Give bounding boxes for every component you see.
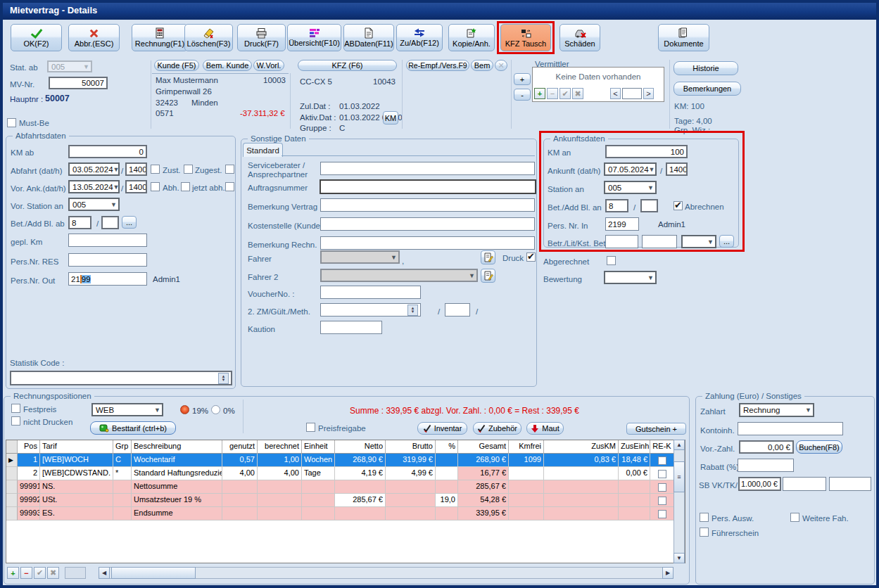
weitere-fah-checkbox[interactable]: [790, 513, 799, 522]
vat19-radio[interactable]: [180, 405, 189, 414]
table-row[interactable]: 2[WEB]CDWSTAND.*Standard Haftungsreduzie…: [6, 467, 685, 480]
zuab-button[interactable]: Zu/Ab(F12): [396, 24, 443, 51]
festpreis-checkbox[interactable]: [11, 404, 20, 413]
vermittler-confirm-icon[interactable]: ✔: [559, 88, 571, 99]
column-header[interactable]: ZusEinh: [619, 440, 650, 454]
sb-input3[interactable]: [829, 477, 871, 491]
pers-res-input[interactable]: [68, 253, 147, 267]
abfahrt-time-input[interactable]: 1400: [125, 162, 147, 176]
fuehrerschein-checkbox[interactable]: [700, 528, 709, 537]
historie-button[interactable]: Historie: [674, 61, 738, 75]
row-cancel-button[interactable]: ✖: [47, 567, 59, 579]
copy-attach-button[interactable]: Kopie/Anh.: [448, 24, 495, 51]
stat-ab-combo[interactable]: 005▼: [47, 60, 92, 72]
km-button[interactable]: KM: [383, 111, 398, 124]
fahrer-edit-button[interactable]: [481, 250, 495, 264]
bewertung-combo[interactable]: ▼: [604, 271, 657, 284]
betr-input2[interactable]: [642, 235, 677, 248]
zm-input[interactable]: ▲▼: [320, 303, 421, 317]
column-header[interactable]: Einheit: [302, 440, 335, 454]
maut-button[interactable]: Maut: [526, 422, 564, 435]
column-header[interactable]: Grp: [113, 440, 132, 454]
kfz-tausch-button[interactable]: KFZ Tausch: [500, 24, 551, 51]
ankunft-time-input[interactable]: 1400: [666, 162, 688, 176]
zust-checkbox[interactable]: [184, 165, 193, 174]
vermittler-cancel-icon[interactable]: ✖: [572, 88, 583, 99]
bem-button[interactable]: Bem: [471, 60, 493, 71]
buchen-button[interactable]: Buchen(F8): [796, 440, 842, 454]
vermittler-plus-icon[interactable]: +: [534, 88, 545, 99]
station-an-combo[interactable]: 005▼: [604, 181, 657, 194]
betr-combo[interactable]: ▼: [681, 235, 716, 248]
betr-input1[interactable]: [605, 235, 638, 248]
besttarif-button[interactable]: Besttarif (ctrl+b): [90, 421, 176, 435]
tarif-combo[interactable]: WEB▼: [91, 403, 163, 416]
abfahrt-checkbox[interactable]: [151, 165, 160, 174]
abrechnen-checkbox[interactable]: [674, 201, 683, 210]
vermittler-next-button[interactable]: >: [643, 88, 654, 99]
column-header[interactable]: Gesamt: [458, 440, 509, 454]
re-empf-button[interactable]: Re-Empf./Vers.F9: [406, 60, 469, 71]
kfz-button[interactable]: KFZ (F6): [298, 60, 397, 71]
row-confirm-button[interactable]: ✔: [34, 567, 46, 579]
vor-ank-date-combo[interactable]: 13.05.2024▼: [68, 180, 120, 193]
title-bar[interactable]: Mietvertrag - Details: [0, 0, 879, 20]
grid-vertical-scrollbar[interactable]: [674, 440, 685, 563]
pers-ausw-checkbox[interactable]: [700, 513, 709, 522]
table-row[interactable]: 99993ES.Endsumme339,95 €: [6, 507, 685, 520]
fahrer-combo[interactable]: ▼: [320, 250, 400, 264]
column-header[interactable]: RE-K: [650, 440, 674, 454]
bet-add-an-input[interactable]: 8: [605, 199, 628, 212]
tab-standard[interactable]: Standard: [243, 143, 283, 157]
column-header[interactable]: Kmfrei: [509, 440, 544, 454]
bem-kunde-button[interactable]: Bem. Kunde: [203, 60, 252, 71]
gepl-km-input[interactable]: [68, 234, 147, 247]
vat0-radio[interactable]: [211, 405, 220, 414]
scroll-left-icon[interactable]: ◀: [99, 567, 110, 579]
gutschein-button[interactable]: Gutschein +: [626, 423, 686, 435]
invoice-button[interactable]: Rechnung(F1): [132, 24, 188, 51]
re-k-checkbox[interactable]: [658, 483, 666, 492]
cancel-button[interactable]: Abbr.(ESC): [68, 24, 120, 51]
abh-checkbox[interactable]: [181, 182, 190, 191]
kostenstelle-input[interactable]: [320, 217, 535, 231]
nicht-drucken-checkbox[interactable]: [11, 416, 20, 426]
column-header[interactable]: genutzt: [222, 440, 258, 454]
vor-ank-checkbox[interactable]: [151, 182, 160, 191]
rabatt-input[interactable]: [738, 459, 794, 472]
spinner-icon[interactable]: ▲▼: [407, 305, 418, 316]
abgerechnet-checkbox[interactable]: [607, 256, 616, 265]
druck-checkbox[interactable]: [526, 253, 536, 262]
abfahrt-date-combo[interactable]: 03.05.2024▼: [68, 162, 120, 176]
scroll-down-icon[interactable]: ▼: [674, 553, 685, 563]
voucher-input[interactable]: [320, 286, 421, 299]
vermittler-minus-icon[interactable]: −: [547, 88, 558, 99]
vor-ank-time-input[interactable]: 1400: [125, 180, 147, 193]
re-k-checkbox[interactable]: [658, 470, 666, 478]
bet-add-ab-input2[interactable]: [101, 216, 119, 229]
damages-button[interactable]: Schäden: [559, 24, 600, 51]
clear-receiver-button[interactable]: ✕: [495, 60, 507, 71]
documents-button[interactable]: Dokumente: [658, 24, 709, 51]
column-header[interactable]: berechnet: [258, 440, 302, 454]
column-header[interactable]: ZusKM: [544, 440, 619, 454]
scroll-up-icon[interactable]: ▲: [674, 440, 685, 450]
bet-add-ab-more-button[interactable]: ...: [122, 216, 137, 229]
print-button[interactable]: Druck(F7): [237, 24, 286, 51]
vor-zahl-input[interactable]: 0,00 €: [739, 440, 794, 454]
spinner-icon[interactable]: ▲▼: [218, 373, 229, 384]
bemerkung-rechn-input[interactable]: [320, 236, 535, 250]
table-row[interactable]: ▶1[WEB]WOCHCWochentarif0,571,00Wochen268…: [6, 454, 685, 467]
fahrer2-edit-button[interactable]: [481, 269, 495, 283]
kunde-button[interactable]: Kunde (F5): [154, 60, 199, 71]
jetzt-abh-checkbox[interactable]: [225, 182, 234, 191]
vermittler-remove-button[interactable]: -: [514, 89, 531, 101]
column-header[interactable]: Brutto: [386, 440, 436, 454]
abdaten-button[interactable]: ABDaten(F11): [343, 24, 394, 51]
column-header[interactable]: %: [436, 440, 458, 454]
vermittler-page-input[interactable]: [622, 88, 642, 99]
km-an-input[interactable]: 100: [605, 145, 688, 158]
must-be-checkbox[interactable]: [7, 118, 16, 127]
mv-nr-input[interactable]: 50007: [49, 77, 108, 89]
column-header[interactable]: Pos: [18, 440, 40, 454]
